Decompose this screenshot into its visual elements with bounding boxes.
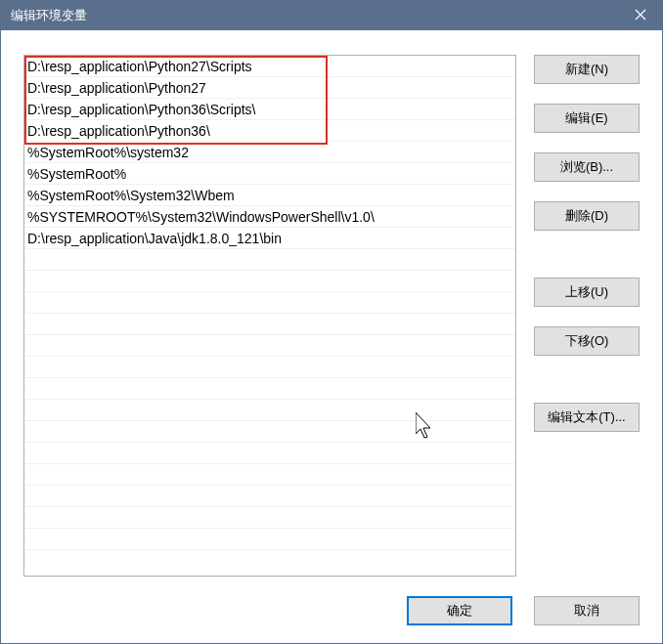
list-item[interactable] xyxy=(24,292,515,314)
list-item[interactable] xyxy=(24,249,515,271)
close-button[interactable] xyxy=(618,1,662,30)
list-item[interactable] xyxy=(24,443,515,464)
list-item[interactable] xyxy=(24,486,515,507)
cancel-button[interactable]: 取消 xyxy=(534,596,640,625)
list-item[interactable] xyxy=(24,357,515,378)
list-item[interactable] xyxy=(24,464,515,486)
list-item[interactable]: %SystemRoot%\system32 xyxy=(24,142,515,163)
list-item[interactable]: D:\resp_application\Python36\Scripts\ xyxy=(24,99,515,120)
edittext-button[interactable]: 编辑文本(T)... xyxy=(534,403,640,432)
list-item[interactable]: D:\resp_application\Python36\ xyxy=(24,120,515,142)
list-item[interactable] xyxy=(24,378,515,400)
movedown-button[interactable]: 下移(O) xyxy=(534,326,640,356)
edit-button[interactable]: 编辑(E) xyxy=(534,104,640,133)
list-item[interactable]: D:\resp_application\Python27 xyxy=(24,77,515,99)
path-list[interactable]: D:\resp_application\Python27\ScriptsD:\r… xyxy=(24,56,515,576)
list-item[interactable]: %SystemRoot% xyxy=(24,163,515,185)
buttons-column: 新建(N) 编辑(E) 浏览(B)... 删除(D) 上移(U) 下移(O) 编… xyxy=(534,55,640,577)
new-button[interactable]: 新建(N) xyxy=(534,55,640,84)
close-icon xyxy=(635,8,646,23)
dialog-footer: 确定 取消 xyxy=(23,577,640,625)
list-item[interactable] xyxy=(24,314,515,335)
list-item[interactable]: %SYSTEMROOT%\System32\WindowsPowerShell\… xyxy=(24,206,515,228)
list-item[interactable]: D:\resp_application\Python27\Scripts xyxy=(24,56,515,77)
list-item[interactable] xyxy=(24,271,515,292)
moveup-button[interactable]: 上移(U) xyxy=(534,278,640,307)
list-item[interactable]: %SystemRoot%\System32\Wbem xyxy=(24,185,515,206)
list-item[interactable] xyxy=(24,335,515,357)
dialog-window: 编辑环境变量 D:\resp_application\Python27\Scri… xyxy=(0,0,663,644)
window-title: 编辑环境变量 xyxy=(11,7,618,24)
main-area: D:\resp_application\Python27\ScriptsD:\r… xyxy=(23,55,640,577)
titlebar[interactable]: 编辑环境变量 xyxy=(1,1,662,30)
path-list-container: D:\resp_application\Python27\ScriptsD:\r… xyxy=(23,55,516,577)
ok-button[interactable]: 确定 xyxy=(407,596,512,625)
delete-button[interactable]: 删除(D) xyxy=(534,201,640,231)
browse-button[interactable]: 浏览(B)... xyxy=(534,152,640,182)
list-item[interactable] xyxy=(24,529,515,550)
list-item[interactable] xyxy=(24,400,515,421)
dialog-content: D:\resp_application\Python27\ScriptsD:\r… xyxy=(1,30,662,643)
list-item[interactable] xyxy=(24,421,515,443)
list-item[interactable]: D:\resp_application\Java\jdk1.8.0_121\bi… xyxy=(24,228,515,249)
list-item[interactable] xyxy=(24,507,515,529)
